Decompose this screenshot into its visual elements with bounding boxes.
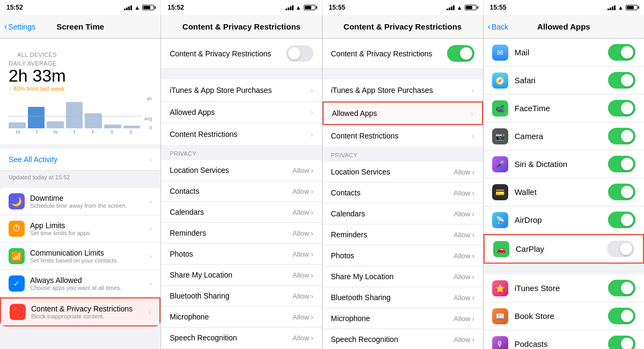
contacts-item-on[interactable]: Contacts Allow › (323, 183, 483, 203)
content-restrictions-item[interactable]: Content Restrictions › (161, 123, 321, 145)
microphone-chevron-icon: › (311, 313, 313, 321)
itunes-toggle[interactable] (608, 280, 635, 296)
app-row-camera[interactable]: 📷 Camera (484, 122, 644, 150)
siri-toggle[interactable] (608, 156, 635, 172)
app-row-bookstore[interactable]: 📖 Book Store (484, 302, 644, 330)
content-privacy-chevron-icon: › (149, 308, 151, 316)
itunes-purchases-label-on: iTunes & App Store Purchases (331, 86, 433, 94)
bar-W (47, 121, 64, 129)
content-privacy-off-title: Content & Privacy Restrictions (182, 22, 301, 31)
app-limits-chevron-icon: › (150, 224, 152, 233)
apps-list-group1: ✉ Mail 🧭 Safari 📹 (484, 39, 644, 264)
bookstore-toggle[interactable] (608, 308, 635, 324)
microphone-item-on[interactable]: Microphone Allow › (323, 308, 483, 329)
calendars-item-on[interactable]: Calendars Allow › (323, 203, 483, 224)
contacts-item-off[interactable]: Contacts Allow › (161, 181, 321, 202)
daily-avg-change: ↑ 40% from last week (9, 85, 152, 92)
status-bar: 15:52 ▲ 15:52 ▲ 15:55 (0, 0, 644, 15)
restrictions-toggle-row-on[interactable]: Content & Privacy Restrictions (323, 39, 483, 69)
allowed-apps-item-on[interactable]: Allowed Apps › (323, 101, 483, 125)
day-M: M (9, 129, 27, 135)
app-row-mail[interactable]: ✉ Mail (484, 39, 644, 67)
speech-item-off[interactable]: Speech Recognition Allow › (161, 328, 321, 348)
app-row-podcasts[interactable]: 🎙 Podcasts (484, 330, 644, 349)
privacy-list-off: Location Services Allow › Contacts Allow… (161, 160, 321, 349)
mail-toggle[interactable] (608, 44, 635, 61)
all-devices-label: ALL DEVICES (9, 45, 152, 60)
microphone-item-off[interactable]: Microphone Allow › (161, 307, 321, 328)
day-S2: S (121, 129, 140, 135)
app-row-wallet[interactable]: 💳 Wallet (484, 178, 644, 206)
restrictions-toggle-on[interactable] (447, 45, 474, 62)
location-services-item-off[interactable]: Location Services Allow › (161, 160, 321, 181)
itunes-purchases-item-on[interactable]: iTunes & App Store Purchases › (323, 79, 483, 101)
speech-item-on[interactable]: Speech Recognition Allow › (323, 329, 483, 349)
content-restrictions-chevron-icon: › (311, 130, 313, 139)
app-row-airdrop[interactable]: 📡 AirDrop (484, 206, 644, 234)
share-location-item-off[interactable]: Share My Location Allow › (161, 265, 321, 286)
status-icons-2: ▲ (286, 4, 316, 11)
bluetooth-chevron-icon: › (311, 292, 313, 300)
menu-app-limits[interactable]: ⏱ App Limits Set time limits for apps. › (0, 215, 160, 243)
share-location-item-on[interactable]: Share My Location Allow › (323, 266, 483, 287)
content-restrictions-right: › (311, 130, 313, 139)
app-row-siri[interactable]: 🎤 Siri & Dictation (484, 150, 644, 178)
wallet-toggle[interactable] (608, 184, 635, 200)
navbar-screen-time: ‹ Settings Screen Time (0, 15, 160, 39)
facetime-app-icon: 📹 (492, 100, 508, 117)
time-4: 15:55 (490, 4, 507, 11)
allowed-apps-content: ✉ Mail 🧭 Safari 📹 (484, 39, 644, 349)
always-allowed-chevron-icon: › (150, 279, 152, 288)
carplay-toggle[interactable] (607, 241, 634, 257)
calendars-chevron-icon: › (311, 208, 313, 216)
airdrop-toggle[interactable] (608, 212, 635, 228)
downtime-text: Downtime Schedule time away from the scr… (30, 194, 150, 209)
restrictions-toggle-off[interactable] (286, 45, 313, 62)
share-location-chevron-icon: › (311, 271, 313, 279)
facetime-toggle[interactable] (608, 100, 635, 117)
status-panel-4: 15:55 ▲ (484, 0, 644, 15)
airdrop-app-name: AirDrop (515, 215, 608, 224)
app-row-carplay[interactable]: 🚗 CarPlay (484, 234, 644, 264)
contacts-on-chevron-icon: › (472, 189, 474, 197)
podcasts-toggle[interactable] (608, 336, 635, 349)
downtime-title: Downtime (30, 194, 150, 202)
itunes-purchases-item[interactable]: iTunes & App Store Purchases › (161, 79, 321, 101)
app-row-facetime[interactable]: 📹 FaceTime (484, 94, 644, 122)
photos-item-on[interactable]: Photos Allow › (323, 245, 483, 266)
menu-always-allowed[interactable]: ✓ Always Allowed Choose apps you want at… (0, 270, 160, 297)
restrictions-toggle-row-off[interactable]: Content & Privacy Restrictions (161, 39, 321, 69)
safari-toggle[interactable] (608, 72, 635, 89)
menu-comm-limits[interactable]: 📶 Communication Limits Set limits based … (0, 243, 160, 270)
bluetooth-item-off[interactable]: Bluetooth Sharing Allow › (161, 286, 321, 307)
chart-area: 4h 0 avg (9, 95, 152, 138)
day-T2: T (65, 129, 84, 135)
allowed-apps-label: Allowed Apps (170, 108, 215, 117)
camera-toggle[interactable] (608, 128, 635, 144)
always-allowed-title: Always Allowed (30, 276, 150, 285)
allowed-apps-title: Allowed Apps (537, 22, 590, 31)
see-all-activity[interactable]: See All Activity › (0, 149, 160, 171)
reminders-item-on[interactable]: Reminders Allow › (323, 224, 483, 245)
menu-downtime[interactable]: 🌙 Downtime Schedule time away from the s… (0, 188, 160, 215)
back-to-settings[interactable]: ‹ Settings (4, 23, 35, 31)
app-row-itunes[interactable]: ⭐ iTunes Store (484, 274, 644, 302)
allowed-apps-item[interactable]: Allowed Apps › (161, 101, 321, 123)
privacy-list-on: Location Services Allow › Contacts Allow… (323, 162, 483, 349)
location-services-item-on[interactable]: Location Services Allow › (323, 162, 483, 183)
calendars-item-off[interactable]: Calendars Allow › (161, 202, 321, 223)
photos-item-off[interactable]: Photos Allow › (161, 244, 321, 265)
downtime-subtitle: Schedule time away from the screen. (30, 202, 150, 209)
restrictions-toggle-label: Content & Privacy Restrictions (170, 49, 271, 58)
chart-y-0: 0 (149, 125, 152, 130)
content-restrictions-item-on[interactable]: Content Restrictions › (323, 125, 483, 147)
bluetooth-item-on[interactable]: Bluetooth Sharing Allow › (323, 287, 483, 308)
itunes-purchases-label: iTunes & App Store Purchases (170, 86, 272, 94)
app-limits-title: App Limits (30, 221, 150, 230)
app-row-safari[interactable]: 🧭 Safari (484, 67, 644, 94)
menu-content-privacy[interactable]: 🚫 Content & Privacy Restrictions Block i… (0, 297, 160, 326)
back-to-content-privacy[interactable]: ‹ Back (488, 23, 508, 31)
privacy-section-label-off: PRIVACY (161, 145, 321, 160)
camera-app-icon: 📷 (492, 128, 508, 144)
reminders-item-off[interactable]: Reminders Allow › (161, 223, 321, 244)
